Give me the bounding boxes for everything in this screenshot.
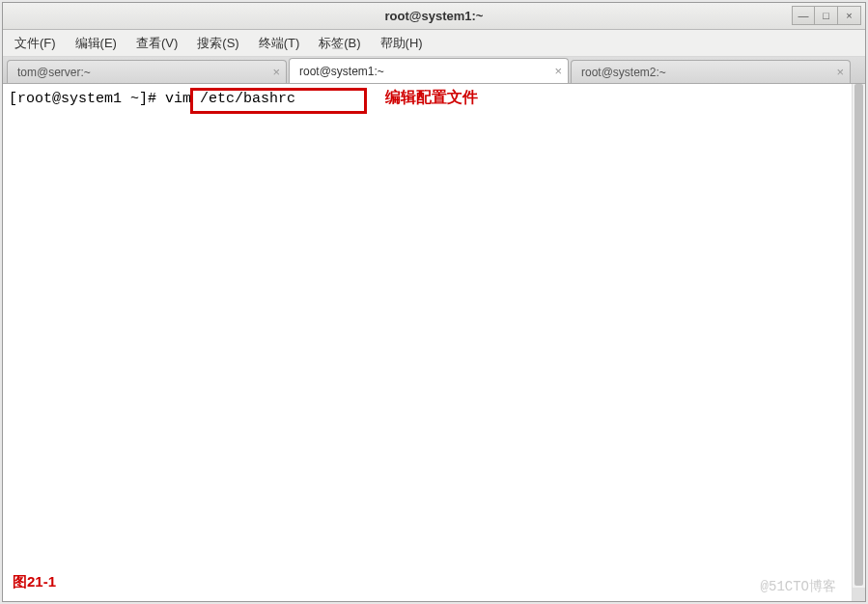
menu-terminal[interactable]: 终端(T): [255, 33, 304, 54]
terminal-area: [root@system1 ~]# vim /etc/bashrc 编辑配置文件…: [3, 84, 865, 601]
shell-prompt: [root@system1 ~]#: [9, 91, 165, 107]
close-icon[interactable]: ×: [272, 65, 280, 79]
vertical-scrollbar[interactable]: [852, 84, 865, 601]
close-icon[interactable]: ×: [554, 64, 562, 78]
scroll-track[interactable]: [853, 84, 865, 601]
close-button[interactable]: ×: [838, 6, 861, 25]
minimize-button[interactable]: —: [792, 6, 815, 25]
terminal-window: root@system1:~ — □ × 文件(F) 编辑(E) 查看(V) 搜…: [2, 2, 866, 602]
tab-label: tom@server:~: [17, 66, 91, 79]
tab-tom-server[interactable]: tom@server:~ ×: [7, 60, 287, 83]
maximize-button[interactable]: □: [815, 6, 838, 25]
watermark: @51CTO博客: [761, 578, 836, 595]
tabbar: tom@server:~ × root@system1:~ × root@sys…: [3, 57, 865, 84]
tab-label: root@system1:~: [299, 65, 384, 78]
menu-view[interactable]: 查看(V): [132, 33, 182, 54]
annotation-text: 编辑配置文件: [385, 88, 478, 108]
titlebar: root@system1:~ — □ ×: [3, 3, 865, 30]
window-controls: — □ ×: [792, 6, 861, 25]
menu-tabs[interactable]: 标签(B): [315, 33, 364, 54]
scroll-button-down[interactable]: [853, 588, 865, 601]
menu-search[interactable]: 搜索(S): [193, 33, 242, 54]
figure-label: 图21-1: [13, 573, 56, 591]
terminal-content[interactable]: [root@system1 ~]# vim /etc/bashrc 编辑配置文件…: [3, 84, 852, 601]
menu-help[interactable]: 帮助(H): [377, 33, 427, 54]
tab-root-system1[interactable]: root@system1:~ ×: [289, 58, 569, 83]
shell-command: vim /etc/bashrc: [165, 91, 295, 107]
menubar: 文件(F) 编辑(E) 查看(V) 搜索(S) 终端(T) 标签(B) 帮助(H…: [3, 30, 865, 57]
scroll-thumb[interactable]: [854, 84, 863, 586]
menu-edit[interactable]: 编辑(E): [71, 33, 121, 54]
tab-label: root@system2:~: [581, 66, 666, 79]
window-title: root@system1:~: [3, 9, 865, 23]
close-icon[interactable]: ×: [836, 65, 844, 79]
tab-root-system2[interactable]: root@system2:~ ×: [571, 60, 851, 83]
menu-file[interactable]: 文件(F): [11, 33, 60, 54]
